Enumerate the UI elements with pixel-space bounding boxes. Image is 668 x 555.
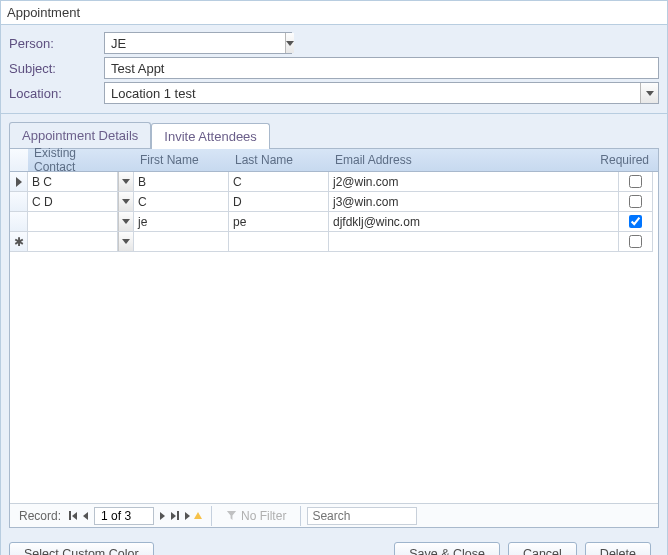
cell-contact-dropdown[interactable] [118,172,134,192]
search-input[interactable] [307,507,417,525]
tab-appointment-details[interactable]: Appointment Details [9,122,151,148]
cell-contact[interactable]: C D [28,192,118,212]
new-record-icon: ✱ [14,235,24,249]
cell-first[interactable]: B [134,172,229,192]
cell-required[interactable] [619,192,653,212]
grid-header-row: Existing Contact First Name Last Name Em… [10,149,658,172]
select-custom-color-button[interactable]: Select Custom Color [9,542,154,555]
filter-icon [226,510,237,521]
row-selector-new[interactable]: ✱ [10,232,28,252]
chevron-down-icon [122,199,130,204]
grid-header-required[interactable]: Required [619,149,653,171]
location-input[interactable] [105,84,640,103]
subject-label: Subject: [9,61,104,76]
new-record-star-icon [194,512,202,519]
current-row-pointer-icon [16,177,22,187]
person-label: Person: [9,36,104,51]
no-filter-label: No Filter [241,509,286,523]
cell-email[interactable]: j3@win.com [329,192,619,212]
row-selector[interactable] [10,212,28,232]
cancel-button[interactable]: Cancel [508,542,577,555]
table-row[interactable]: C D C D j3@win.com [10,192,658,212]
tab-invite-attendees[interactable]: Invite Attendees [151,123,270,149]
tabs-row: Appointment Details Invite Attendees [9,122,659,148]
cell-contact-dropdown[interactable] [118,192,134,212]
chevron-down-icon [122,239,130,244]
separator [300,506,301,526]
row-selector[interactable] [10,192,28,212]
record-label: Record: [19,509,61,523]
location-label: Location: [9,86,104,101]
nav-next-button[interactable] [157,512,168,520]
person-dropdown-button[interactable] [285,33,294,53]
chevron-down-icon [122,219,130,224]
footer-buttons: Select Custom Color Save & Close Cancel … [1,536,667,555]
nav-new-button[interactable] [182,512,205,520]
cell-required[interactable] [619,172,653,192]
chevron-down-icon [122,179,130,184]
chevron-down-icon [646,91,654,96]
window-title: Appointment [1,1,667,25]
separator [211,506,212,526]
cell-contact[interactable] [28,212,118,232]
cell-first[interactable] [134,232,229,252]
cell-last[interactable] [229,232,329,252]
grid-header-first[interactable]: First Name [134,149,229,171]
cell-email[interactable] [329,232,619,252]
required-checkbox[interactable] [629,215,642,228]
tab-panel-invite: Existing Contact First Name Last Name Em… [9,148,659,528]
cell-last[interactable]: pe [229,212,329,232]
cell-first[interactable]: C [134,192,229,212]
person-input[interactable] [105,34,285,53]
nav-first-button[interactable] [66,511,80,520]
cell-last[interactable]: C [229,172,329,192]
cell-contact-dropdown[interactable] [118,232,134,252]
delete-button[interactable]: Delete [585,542,651,555]
row-selector[interactable] [10,172,28,192]
attendees-grid: Existing Contact First Name Last Name Em… [10,149,658,252]
location-dropdown-button[interactable] [640,83,658,103]
grid-header-email[interactable]: Email Address [329,149,619,171]
cell-first[interactable]: je [134,212,229,232]
cell-contact[interactable]: B C [28,172,118,192]
cell-contact[interactable] [28,232,118,252]
cell-last[interactable]: D [229,192,329,212]
grid-header-contact[interactable]: Existing Contact [28,149,118,171]
nav-last-button[interactable] [168,511,182,520]
grid-header-selector [10,149,28,171]
cell-email[interactable]: djfdklj@winc.om [329,212,619,232]
chevron-down-icon [286,41,294,46]
required-checkbox[interactable] [629,175,642,188]
person-combo[interactable] [104,32,292,54]
record-position[interactable] [94,507,154,525]
nav-prev-button[interactable] [80,512,91,520]
cell-contact-dropdown[interactable] [118,212,134,232]
cell-required[interactable] [619,212,653,232]
required-checkbox[interactable] [629,195,642,208]
no-filter-indicator[interactable]: No Filter [226,509,286,523]
record-navigation-bar: Record: No Filter [10,503,658,527]
grid-header-dd [118,149,134,171]
grid-header-last[interactable]: Last Name [229,149,329,171]
table-row[interactable]: B C B C j2@win.com [10,172,658,192]
cell-email[interactable]: j2@win.com [329,172,619,192]
save-close-button[interactable]: Save & Close [394,542,500,555]
table-new-row[interactable]: ✱ [10,232,658,252]
location-combo[interactable] [104,82,659,104]
cell-required[interactable] [619,232,653,252]
appointment-header-form: Person: Subject: Location: [1,25,667,114]
table-row[interactable]: je pe djfdklj@winc.om [10,212,658,232]
subject-input[interactable] [104,57,659,79]
required-checkbox[interactable] [629,235,642,248]
